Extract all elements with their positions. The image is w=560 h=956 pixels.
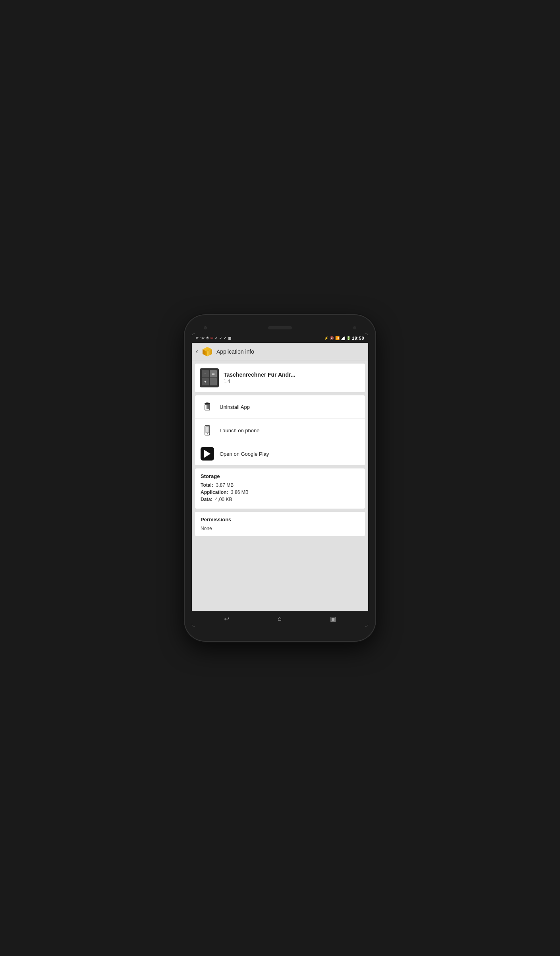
phone-screen: ⟳ 16° ✆ ✉ ✓ ✓ ✓ ▦ ⚡ 🔇 📶 🔋 — [192, 333, 368, 627]
battery-icon: 🔋 — [346, 336, 351, 340]
calculator-app-icon: − ═ + — [200, 368, 219, 387]
task-icon-1: ✓ — [215, 336, 218, 340]
launch-label: Launch on phone — [220, 428, 259, 433]
application-value: 3,86 MB — [231, 490, 249, 495]
storage-total-row: Total: 3,87 MB — [201, 482, 359, 488]
signal-icon — [341, 336, 345, 340]
phone-device: ⟳ 16° ✆ ✉ ✓ ✓ ✓ ▦ ⚡ 🔇 📶 🔋 — [185, 315, 375, 641]
permissions-value: None — [201, 526, 359, 531]
mute-icon: 🔇 — [330, 336, 334, 340]
svg-rect-10 — [206, 426, 209, 433]
app-bar: ‹ — [192, 343, 368, 360]
app-bar-title: Application info — [216, 348, 254, 355]
status-left-icons: ⟳ 16° ✆ ✉ ✓ ✓ ✓ ▦ — [196, 336, 232, 340]
app-cube-icon — [201, 346, 213, 358]
back-button[interactable]: ‹ — [196, 347, 198, 356]
application-label: Application: — [201, 490, 228, 495]
barcode-icon: ▦ — [228, 336, 232, 340]
uninstall-label: Uninstall App — [220, 404, 250, 410]
content-area: − ═ + Taschenrechner Für Andr... 1.4 — [192, 360, 368, 611]
nav-bar: ↩ ⌂ ▣ — [192, 611, 368, 627]
storage-data-row: Data: 4,00 KB — [201, 497, 359, 502]
launch-action[interactable]: Launch on phone — [195, 418, 365, 442]
missed-call-icon: ✆ — [206, 336, 209, 340]
storage-title: Storage — [201, 473, 359, 479]
app-info-card: − ═ + Taschenrechner Für Andr... 1.4 — [195, 364, 365, 392]
calc-minus: − — [202, 370, 209, 377]
app-version: 1.4 — [224, 379, 295, 384]
uninstall-action[interactable]: Uninstall App — [195, 395, 365, 418]
bluetooth-icon: ⚡ — [324, 336, 328, 340]
calc-equals-bottom — [210, 378, 217, 385]
status-time: 19:50 — [352, 336, 364, 341]
recents-nav-button[interactable]: ▣ — [330, 615, 336, 623]
svg-point-11 — [207, 433, 208, 434]
back-nav-button[interactable]: ↩ — [224, 615, 229, 623]
google-play-action[interactable]: Open on Google Play — [195, 442, 365, 465]
permissions-title: Permissions — [201, 517, 359, 523]
task-icon-2: ✓ — [219, 336, 222, 340]
storage-card: Storage Total: 3,87 MB Application: 3,86… — [195, 468, 365, 509]
trash-icon — [201, 400, 214, 414]
speaker — [268, 326, 292, 329]
status-right-icons: ⚡ 🔇 📶 🔋 19:50 — [324, 336, 364, 341]
total-label: Total: — [201, 482, 213, 488]
wifi-icon: 📶 — [335, 336, 340, 340]
phone-device-icon — [201, 424, 214, 437]
status-bar: ⟳ 16° ✆ ✉ ✓ ✓ ✓ ▦ ⚡ 🔇 📶 🔋 — [192, 333, 368, 343]
task-icon-3: ✓ — [224, 336, 227, 340]
app-name: Taschenrechner Für Andr... — [224, 372, 295, 378]
data-value: 4,00 KB — [215, 497, 232, 502]
calc-plus: + — [202, 378, 209, 385]
svg-rect-4 — [206, 403, 209, 404]
play-store-icon — [201, 447, 214, 461]
phone-top-bar — [192, 322, 368, 333]
google-play-label: Open on Google Play — [220, 451, 269, 457]
rotate-icon: ⟳ — [196, 336, 199, 340]
data-label: Data: — [201, 497, 212, 502]
storage-application-row: Application: 3,86 MB — [201, 490, 359, 495]
total-value: 3,87 MB — [216, 482, 234, 488]
calc-equals-top: ═ — [210, 370, 217, 377]
phone-bottom-bar — [192, 627, 368, 634]
svg-marker-12 — [204, 450, 210, 458]
camera-dot — [204, 326, 207, 329]
sensor-dot — [353, 326, 356, 329]
actions-card: Uninstall App Launch on phone — [195, 395, 365, 465]
mail-icon: ✉ — [210, 336, 214, 340]
permissions-card: Permissions None — [195, 512, 365, 536]
home-nav-button[interactable]: ⌂ — [278, 615, 282, 622]
app-info-text: Taschenrechner Für Andr... 1.4 — [224, 372, 295, 384]
temp-icon: 16° — [200, 337, 205, 340]
